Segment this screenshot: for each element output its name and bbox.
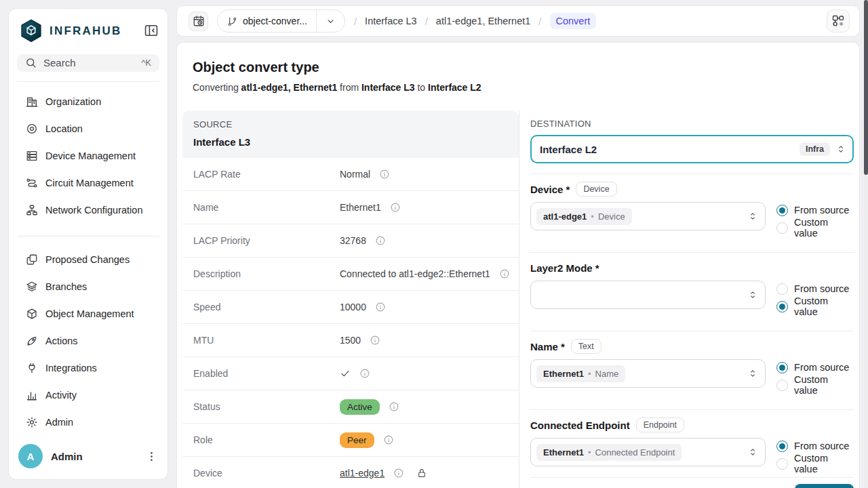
stepper-icon	[747, 447, 758, 458]
attribute-label: Device	[193, 468, 340, 479]
breadcrumb-item-atl1-edge1-ethernet1[interactable]: atl1-edge1, Ethernet1	[436, 16, 530, 26]
sidebar-item-branches[interactable]: Branches	[13, 273, 163, 300]
radio-icon[interactable]	[776, 205, 788, 216]
source-row-device: Deviceatl1-edge1	[182, 457, 519, 488]
sidebar-item-location[interactable]: Location	[13, 115, 163, 142]
field-select-device[interactable]: atl1-edge1•Device	[530, 202, 766, 230]
field-select-layer2-mode[interactable]	[530, 281, 766, 309]
attribute-label: LACP Priority	[193, 235, 340, 246]
rocket-icon	[26, 335, 38, 347]
sidebar-item-label: Organization	[45, 96, 101, 107]
sidebar-item-label: Admin	[45, 417, 73, 428]
breadcrumb-item-convert[interactable]: Convert	[550, 13, 597, 29]
dot-separator: •	[591, 211, 594, 222]
field-label: Layer2 Mode *	[530, 262, 599, 274]
sidebar-item-activity[interactable]: Activity	[13, 382, 163, 409]
sidebar-item-network-configuration[interactable]: Network Configuration	[13, 197, 163, 224]
search-placeholder: Search	[43, 57, 76, 68]
destination-fields: Device *Deviceatl1-edge1•DeviceFrom sour…	[530, 174, 854, 478]
custom-radio-device[interactable]: Custom value	[776, 221, 854, 235]
main-column: object-conver... /Interface L3/atl1-edge…	[176, 0, 860, 488]
field-select-name[interactable]: Ethernet1•Name	[530, 359, 766, 388]
radio-icon[interactable]	[776, 441, 788, 452]
sidebar-item-object-management[interactable]: Object Management	[13, 300, 163, 327]
git-branch-icon	[227, 16, 237, 26]
custom-radio-name[interactable]: Custom value	[776, 378, 854, 392]
scrollbar[interactable]	[864, 0, 868, 488]
network-icon	[26, 204, 38, 216]
from-source-radio-device[interactable]: From source	[776, 203, 854, 217]
infrahub-logo	[20, 19, 43, 43]
check-icon	[340, 368, 351, 379]
selected-value-pill: Ethernet1•Connected Endpoint	[536, 444, 682, 461]
info-icon	[499, 268, 510, 279]
user-menu[interactable]: A Admin	[9, 436, 167, 479]
search-input[interactable]: Search ^K	[17, 54, 159, 72]
attribute-value: Ethernet1	[340, 202, 381, 213]
app-root: INFRAHUB Search ^K OrganizationLocationD…	[0, 0, 868, 488]
destination-type-select[interactable]: Interface L2 Infra	[530, 135, 854, 163]
topbar: object-conver... /Interface L3/atl1-edge…	[176, 5, 860, 37]
divider	[17, 236, 159, 237]
from-source-radio-connected-endpoint[interactable]: From source	[776, 439, 854, 453]
field-select-connected-endpoint[interactable]: Ethernet1•Connected Endpoint	[530, 438, 766, 466]
radio-icon[interactable]	[776, 301, 788, 312]
sidebar-item-label: Object Management	[45, 308, 134, 319]
radio-icon[interactable]	[776, 458, 788, 470]
branch-selector-caret[interactable]	[316, 10, 344, 32]
breadcrumb-item-interface-l3[interactable]: Interface L3	[365, 16, 417, 26]
source-row-status: StatusActive	[182, 390, 519, 424]
info-icon	[389, 401, 399, 412]
diff-icon	[26, 253, 38, 266]
kebab-menu-icon[interactable]	[145, 450, 158, 463]
source-rows: LACP RateNormalNameEthernet1LACP Priorit…	[182, 158, 519, 488]
sidebar-nav-primary: OrganizationLocationDevice ManagementCir…	[9, 88, 167, 224]
attribute-value: 32768	[340, 235, 366, 246]
sidebar-item-actions[interactable]: Actions	[13, 327, 163, 354]
source-panel-header: SOURCE Interface L3	[182, 110, 519, 158]
stepper-icon	[747, 289, 758, 300]
schedule-button[interactable]	[189, 12, 208, 31]
sidebar-item-proposed-changes[interactable]: Proposed Changes	[13, 246, 163, 273]
sidebar-item-organization[interactable]: Organization	[13, 88, 163, 115]
device-link[interactable]: atl1-edge1	[340, 468, 384, 479]
custom-radio-connected-endpoint[interactable]: Custom value	[776, 457, 854, 470]
selected-value-pill: Ethernet1•Name	[536, 365, 625, 382]
page-subtitle: Converting atl1-edge1, Ethernet1 from In…	[193, 81, 859, 94]
branch-selector-value[interactable]: object-conver...	[218, 10, 316, 32]
sidebar-item-integrations[interactable]: Integrations	[13, 354, 163, 382]
radio-icon[interactable]	[776, 283, 788, 295]
source-row-speed: Speed10000	[182, 291, 519, 324]
scrollbar-thumb[interactable]	[864, 0, 868, 175]
stepper-icon	[747, 211, 758, 222]
subtitle-part: Interface L3	[361, 82, 415, 93]
destination-footer: Convert	[530, 478, 854, 488]
route-icon	[26, 177, 38, 189]
radio-icon[interactable]	[776, 380, 788, 391]
radio-icon[interactable]	[776, 222, 788, 234]
custom-radio-layer2-mode[interactable]: Custom value	[776, 300, 854, 313]
info-icon	[390, 202, 401, 213]
destination-field-name: Name *TextEthernet1•NameFrom sourceCusto…	[530, 331, 854, 410]
attribute-label: Name	[193, 202, 340, 213]
source-row-mtu: MTU1500	[182, 324, 519, 357]
sidebar-collapse-button[interactable]	[143, 23, 159, 39]
convert-button[interactable]: Convert	[795, 484, 854, 488]
radio-icon[interactable]	[776, 362, 788, 373]
user-name: Admin	[51, 451, 137, 462]
sidebar-item-label: Activity	[45, 390, 77, 401]
source-panel: SOURCE Interface L3 LACP RateNormalNameE…	[182, 110, 519, 488]
sidebar-item-label: Device Management	[45, 150, 136, 161]
sidebar-item-admin[interactable]: Admin	[13, 409, 163, 436]
from-source-radio-layer2-mode[interactable]: From source	[776, 282, 854, 296]
attribute-value: Connected to atl1-edge2::Ethernet1	[340, 268, 490, 279]
info-icon	[393, 468, 404, 479]
workflow-icon	[831, 14, 845, 28]
sidebar-item-device-management[interactable]: Device Management	[13, 142, 163, 169]
sidebar-item-circuit-management[interactable]: Circuit Management	[13, 169, 163, 197]
subtitle-part: atl1-edge1, Ethernet1	[241, 82, 338, 93]
workflow-button[interactable]	[827, 9, 850, 33]
subtitle-part: to	[415, 82, 428, 93]
source-row-role: RolePeer	[182, 424, 519, 457]
from-source-radio-name[interactable]: From source	[776, 361, 854, 374]
